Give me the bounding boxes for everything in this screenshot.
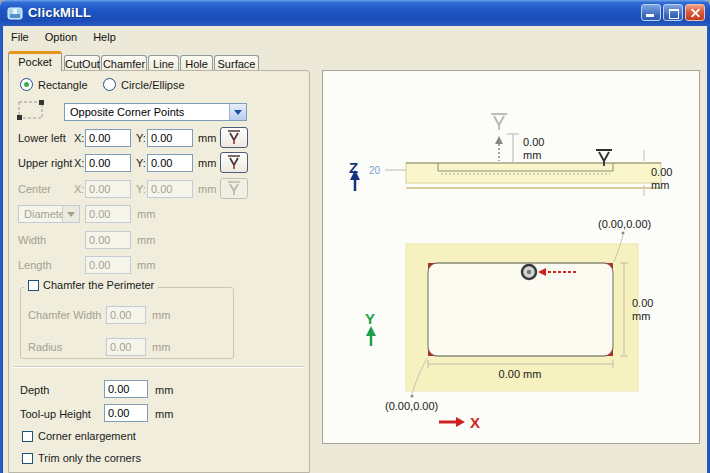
length-label: Length xyxy=(18,259,52,271)
tab-hole[interactable]: Hole xyxy=(180,55,213,70)
width-input xyxy=(85,231,131,249)
app-icon xyxy=(7,5,23,21)
menubar: File Option Help xyxy=(3,27,707,48)
radio-rectangle[interactable]: Rectangle xyxy=(20,78,88,91)
center-y-label: Y: xyxy=(136,183,146,195)
chevron-down-icon xyxy=(67,212,75,217)
diameter-mode-dropdown: Diameter xyxy=(18,205,80,223)
depth-label: Depth xyxy=(20,384,49,396)
preview-panel: Z 20 0.00 mm 0.00 mm xyxy=(322,70,700,444)
radio-rectangle-icon xyxy=(20,78,33,91)
checkbox-icon xyxy=(28,280,39,291)
mill-tool-icon xyxy=(226,154,242,171)
lower-left-x-input[interactable] xyxy=(85,129,131,147)
diameter-dropdown-arrow xyxy=(62,206,79,222)
upper-right-pick-tool-button[interactable] xyxy=(220,152,248,173)
tab-line[interactable]: Line xyxy=(148,55,179,70)
corner-mode-dropdown[interactable]: Opposite Corner Points xyxy=(64,103,247,121)
pocket-outline xyxy=(428,263,613,356)
window-border-left xyxy=(0,26,3,473)
tool-center-dot xyxy=(527,270,531,274)
center-y-input xyxy=(147,180,193,198)
separator xyxy=(14,366,304,368)
lower-left-x-label: X: xyxy=(74,132,84,144)
chevron-down-icon xyxy=(234,110,242,115)
stock-depth-unit: mm xyxy=(651,179,669,191)
lower-left-y-input[interactable] xyxy=(147,129,193,147)
leader-dot-bl xyxy=(411,395,414,398)
radio-circle-icon xyxy=(103,78,116,91)
pocket-preview-diagram: Z 20 0.00 mm 0.00 mm xyxy=(323,71,699,443)
center-x-label: X: xyxy=(74,183,84,195)
depth-unit: mm xyxy=(155,384,173,396)
diameter-input xyxy=(85,205,131,223)
chamfer-width-unit: mm xyxy=(152,309,170,321)
menu-help[interactable]: Help xyxy=(85,29,124,46)
mill-tool-icon xyxy=(226,129,242,146)
y-axis-arrowhead xyxy=(366,326,376,336)
mill-tool-icon xyxy=(226,180,242,197)
dropdown-arrow-button[interactable] xyxy=(229,104,246,120)
chamfer-width-input xyxy=(106,306,146,324)
trim-corners-checkbox[interactable]: Trim only the corners xyxy=(22,452,141,464)
tab-chamfer[interactable]: Chamfer xyxy=(101,55,147,70)
maximize-button[interactable] xyxy=(663,4,683,21)
corner-enlargement-checkbox[interactable]: Corner enlargement xyxy=(22,430,136,442)
lower-left-unit: mm xyxy=(198,132,216,144)
leader-dot-tr xyxy=(622,232,625,235)
diameter-label: Diameter xyxy=(19,208,62,220)
pocket-height-unit: mm xyxy=(632,310,650,322)
corner-top-right-label: (0.00,0.00) xyxy=(598,218,651,230)
stock-side-view xyxy=(406,163,661,183)
maximize-icon xyxy=(669,9,679,19)
y-axis-label: Y xyxy=(365,310,375,327)
lower-left-pick-tool-button[interactable] xyxy=(220,127,248,148)
center-x-input xyxy=(85,180,131,198)
corner-bottom-left-label: (0.00,0.00) xyxy=(385,400,438,412)
plunge-arrowhead xyxy=(495,136,503,144)
window-title: ClickMiLL xyxy=(28,5,91,20)
chamfer-radius-label: Radius xyxy=(28,341,62,353)
upper-right-y-input[interactable] xyxy=(147,154,193,172)
radio-rectangle-label: Rectangle xyxy=(38,79,88,91)
upper-right-label: Upper right xyxy=(18,157,72,169)
corner-enlargement-label: Corner enlargement xyxy=(38,430,136,442)
minimize-button[interactable] xyxy=(641,4,661,21)
center-unit: mm xyxy=(198,183,216,195)
pocket-width-value: 0.00 mm xyxy=(499,368,542,380)
upper-right-y-label: Y: xyxy=(136,157,146,169)
opposite-corners-icon xyxy=(17,100,45,120)
lower-left-y-label: Y: xyxy=(136,132,146,144)
tool-up-height-input[interactable] xyxy=(104,404,148,422)
tab-pocket[interactable]: Pocket xyxy=(8,51,62,71)
close-button[interactable] xyxy=(685,4,705,21)
menu-file[interactable]: File xyxy=(3,29,37,46)
trim-corners-label: Trim only the corners xyxy=(38,452,141,464)
checkbox-icon xyxy=(22,431,33,442)
width-unit: mm xyxy=(137,234,155,246)
lower-left-label: Lower left xyxy=(18,132,66,144)
upper-right-x-label: X: xyxy=(74,157,84,169)
length-input xyxy=(85,256,131,274)
radio-circle-label: Circle/Ellipse xyxy=(121,79,185,91)
tab-cutout[interactable]: CutOut xyxy=(64,55,100,70)
tab-surface[interactable]: Surface xyxy=(214,55,259,70)
corner-mode-value: Opposite Corner Points xyxy=(65,106,229,118)
tool-plunge-unit: mm xyxy=(523,149,541,161)
titlebar: ClickMiLL xyxy=(0,0,710,26)
diameter-unit: mm xyxy=(137,208,155,220)
length-unit: mm xyxy=(137,259,155,271)
menu-option[interactable]: Option xyxy=(37,29,85,46)
upper-right-x-input[interactable] xyxy=(85,154,131,172)
tool-raised-icon xyxy=(491,114,507,130)
chamfer-radius-input xyxy=(106,338,146,356)
x-axis-arrowhead xyxy=(456,417,465,427)
pocket-height-value: 0.00 xyxy=(632,297,653,309)
chamfer-group-title: Chamfer the Perimeter xyxy=(43,279,154,291)
radio-circle-ellipse[interactable]: Circle/Ellipse xyxy=(103,78,185,91)
z-origin-value: 20 xyxy=(369,165,381,176)
depth-input[interactable] xyxy=(104,380,148,398)
x-axis-label: X xyxy=(470,414,480,431)
chamfer-perimeter-checkbox[interactable]: Chamfer the Perimeter xyxy=(24,279,158,291)
tool-plunge-value: 0.00 xyxy=(523,136,544,148)
